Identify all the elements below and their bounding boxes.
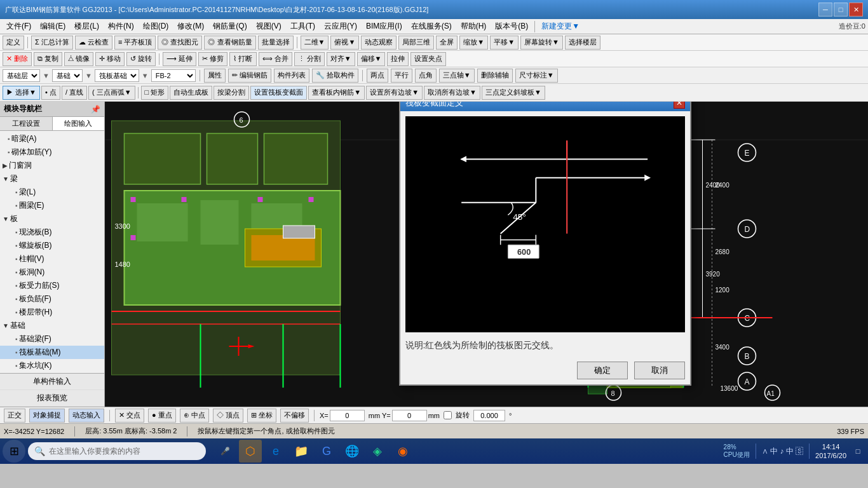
taskbar-app2[interactable]: ◉ bbox=[391, 440, 414, 463]
tb-edit-rebar[interactable]: ✏ 编辑钢筋 bbox=[228, 69, 271, 83]
taskbar-mic[interactable]: 🎤 bbox=[214, 440, 236, 463]
tb-set-slope[interactable]: 设置所有边坡▼ bbox=[366, 86, 423, 100]
subtype-select[interactable]: 筏板基础 bbox=[95, 69, 139, 82]
search-bar[interactable]: 🔍 在这里输入你要搜索的内容 bbox=[28, 442, 206, 460]
tree-item-raft-foundation[interactable]: ▪筏板基础(M) bbox=[0, 346, 104, 359]
menu-newchange[interactable]: 新建变更▼ bbox=[538, 20, 583, 33]
dialog-close-button[interactable]: ✕ bbox=[674, 102, 685, 109]
taskbar-folder[interactable]: 📁 bbox=[290, 440, 313, 463]
taskbar-network[interactable]: 🌐 bbox=[341, 440, 363, 463]
menu-cloud[interactable]: 云应用(Y) bbox=[320, 20, 361, 33]
tb-pick[interactable]: 🔧 拾取构件 bbox=[312, 69, 358, 83]
sb-midpoint[interactable]: ● 重点 bbox=[148, 409, 176, 423]
tb-move[interactable]: ✛ 移动 bbox=[95, 52, 125, 66]
dialog-cancel-button[interactable]: 取消 bbox=[634, 362, 685, 379]
tree-item-door-window[interactable]: ▶门窗洞 bbox=[0, 159, 104, 172]
tb-stretch[interactable]: 拉伸 bbox=[387, 52, 409, 66]
sb-no-offset[interactable]: 不偏移 bbox=[280, 409, 309, 423]
x-input[interactable] bbox=[330, 410, 365, 421]
tree-item-floor-strip[interactable]: ▪楼层带(H) bbox=[0, 306, 104, 319]
tb-cloud-check[interactable]: ☁ 云检查 bbox=[75, 36, 112, 50]
sb-intersection[interactable]: ✕ 交点 bbox=[115, 409, 144, 423]
tb-split[interactable]: ⋮ 分割 bbox=[294, 52, 325, 66]
tree-item-slab-neg-rebar[interactable]: ▪板负筋(F) bbox=[0, 292, 104, 306]
tb-angle-point[interactable]: 点角 bbox=[415, 69, 437, 83]
tab-drawing[interactable]: 绘图输入 bbox=[53, 117, 105, 130]
tb-set-section[interactable]: 设置筏板变截面 bbox=[250, 86, 307, 100]
tb-grip[interactable]: 设置夹点 bbox=[410, 52, 446, 66]
maximize-button[interactable]: □ bbox=[834, 3, 848, 17]
layer-select[interactable]: 基础层 bbox=[3, 69, 40, 82]
tb-top-view[interactable]: 俯视▼ bbox=[330, 36, 359, 50]
nav-pin-icon[interactable]: 📌 bbox=[91, 105, 100, 114]
tb-point[interactable]: • 点 bbox=[41, 86, 60, 100]
tb-line[interactable]: / 直线 bbox=[62, 86, 87, 100]
tb-3pt-slope[interactable]: 三点定义斜坡板▼ bbox=[482, 86, 545, 100]
menu-draw[interactable]: 绘图(D) bbox=[139, 20, 173, 33]
tb-dimension[interactable]: 尺寸标注▼ bbox=[515, 69, 558, 83]
tb-trim[interactable]: ✂ 修剪 bbox=[198, 52, 227, 66]
tb-flat-floor[interactable]: ≡ 平齐板顶 bbox=[114, 36, 156, 50]
tree-item-slab-rebar[interactable]: ▪板受力筋(S) bbox=[0, 279, 104, 292]
sb-orthogonal[interactable]: 正交 bbox=[4, 409, 25, 423]
tb-delete[interactable]: ✕ 删除 bbox=[3, 52, 32, 66]
tab-engineering[interactable]: 工程设置 bbox=[0, 117, 53, 130]
tb-fullscreen[interactable]: 全屏 bbox=[436, 36, 458, 50]
sb-snap[interactable]: 对象捕捉 bbox=[29, 409, 65, 423]
tree-item-slab-cat[interactable]: ▼板 bbox=[0, 212, 104, 226]
single-component-btn[interactable]: 单构件输入 bbox=[0, 374, 104, 390]
tb-del-aux[interactable]: 删除辅轴 bbox=[477, 69, 513, 83]
tree-item-beam[interactable]: ▪梁(L) bbox=[0, 186, 104, 199]
tree-item-ring-beam[interactable]: ▪圈梁(E) bbox=[0, 199, 104, 212]
type-select[interactable]: 基础 bbox=[52, 69, 83, 82]
tb-view-slab-rebar[interactable]: 查看板内钢筋▼ bbox=[308, 86, 365, 100]
tree-item-column-cap[interactable]: ▪柱帽(V) bbox=[0, 252, 104, 266]
menu-modify[interactable]: 修改(M) bbox=[173, 20, 208, 33]
minimize-button[interactable]: ─ bbox=[818, 3, 832, 17]
tb-auto-slab[interactable]: 自动生成板 bbox=[170, 86, 212, 100]
tb-extend[interactable]: ⟶ 延伸 bbox=[163, 52, 196, 66]
tree-item-beam-cat[interactable]: ▼梁 bbox=[0, 172, 104, 186]
y-input[interactable] bbox=[392, 410, 427, 421]
menu-tools[interactable]: 工具(T) bbox=[287, 20, 319, 33]
tb-rotate[interactable]: 屏幕旋转▼ bbox=[520, 36, 563, 50]
menu-view[interactable]: 视图(V) bbox=[252, 20, 285, 33]
tb-arc[interactable]: ( 三点画弧▼ bbox=[88, 86, 135, 100]
menu-online[interactable]: 在线服务(S) bbox=[407, 20, 456, 33]
rotate-checkbox[interactable] bbox=[444, 411, 452, 419]
tb-batch-select[interactable]: 批量选择 bbox=[258, 36, 294, 50]
tb-mirror[interactable]: ⧊ 镜像 bbox=[64, 52, 93, 66]
tree-item-spiral-slab[interactable]: ▪螺旋板(B) bbox=[0, 239, 104, 252]
menu-version[interactable]: 版本号(B) bbox=[491, 20, 532, 33]
tree-item-cast-slab[interactable]: ▪现浇板(B) bbox=[0, 226, 104, 239]
tb-calculate[interactable]: Σ 汇总计算 bbox=[31, 36, 73, 50]
tb-parallel[interactable]: 平行 bbox=[391, 69, 412, 83]
menu-edit[interactable]: 编辑(E) bbox=[36, 20, 69, 33]
close-button[interactable]: ✕ bbox=[849, 3, 863, 17]
tb-split-beam[interactable]: 按梁分割 bbox=[214, 86, 249, 100]
tb-define[interactable]: 定义 bbox=[3, 36, 24, 50]
tb-select[interactable]: ▶ 选择▼ bbox=[3, 86, 40, 100]
dialog-confirm-button[interactable]: 确定 bbox=[577, 362, 628, 379]
taskbar-chrome[interactable]: G bbox=[315, 440, 338, 463]
tree-item-masonry-rebar[interactable]: ▪砌体加筋(Y) bbox=[0, 146, 104, 159]
tree-item-dark-beam[interactable]: ▪暗梁(A) bbox=[0, 132, 104, 146]
taskbar-browser[interactable]: ⬡ bbox=[239, 440, 262, 463]
tb-cancel-slope[interactable]: 取消所有边坡▼ bbox=[424, 86, 480, 100]
menu-bim[interactable]: BIM应用(I) bbox=[362, 20, 406, 33]
tb-view-rebar[interactable]: ◎ 查看钢筋量 bbox=[204, 36, 255, 50]
tb-align[interactable]: 对齐▼ bbox=[327, 52, 355, 66]
tb-local-3d[interactable]: 局部三维 bbox=[398, 36, 434, 50]
menu-file[interactable]: 文件(F) bbox=[3, 20, 35, 33]
tree-item-foundation-beam[interactable]: ▪基础梁(F) bbox=[0, 332, 104, 346]
system-clock[interactable]: 14:14 2017/6/20 bbox=[815, 442, 846, 461]
start-button[interactable]: ⊞ bbox=[3, 440, 25, 463]
tb-three-axis[interactable]: 三点轴▼ bbox=[439, 69, 475, 83]
tb-property[interactable]: 属性 bbox=[204, 69, 226, 83]
menu-rebar[interactable]: 钢筋量(Q) bbox=[209, 20, 250, 33]
tree-item-sump[interactable]: ▪集水坑(K) bbox=[0, 359, 104, 372]
sb-dynamic[interactable]: 动态输入 bbox=[69, 409, 104, 423]
tb-component-list[interactable]: 构件列表 bbox=[274, 69, 309, 83]
notification-area[interactable]: □ bbox=[850, 444, 865, 459]
taskbar-app1[interactable]: ◈ bbox=[366, 440, 389, 463]
